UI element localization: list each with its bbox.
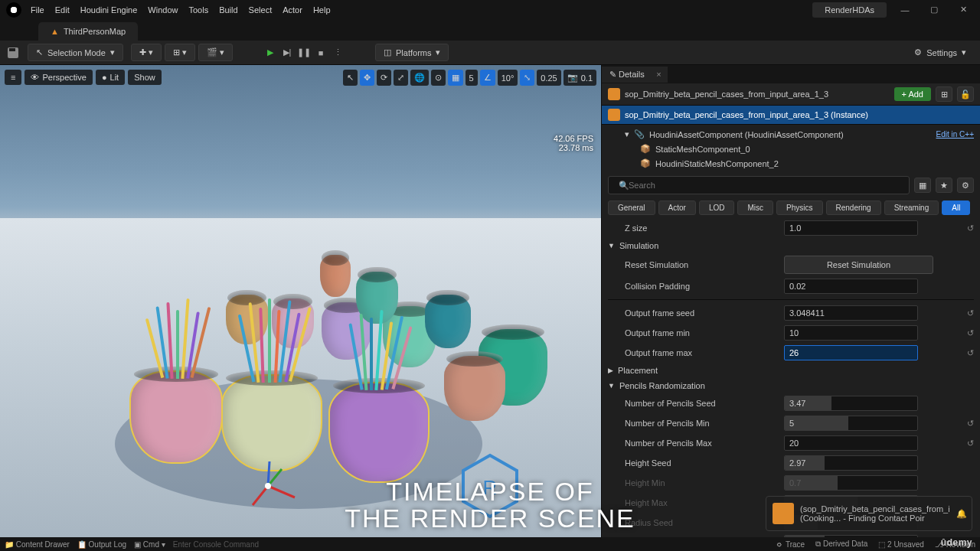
scale-tool[interactable]: ⤢ (394, 70, 408, 86)
cat-physics[interactable]: Physics (776, 201, 822, 215)
translate-tool[interactable]: ✥ (360, 70, 374, 86)
close-icon[interactable]: ✕ (952, 2, 974, 18)
pause-button[interactable]: ❚❚ (297, 46, 311, 60)
scale-snap-toggle[interactable]: ⤡ (520, 70, 534, 86)
menu-help[interactable]: Help (313, 5, 331, 15)
reset-icon[interactable]: ↺ (967, 308, 974, 318)
coord-space-button[interactable]: 🌐 (410, 70, 429, 86)
skip-button[interactable]: ▶| (280, 46, 294, 60)
actor-header: sop_Dmitriy_beta_pencil_cases_from_input… (602, 83, 980, 106)
prop-output-seed-input[interactable] (784, 305, 918, 321)
prop-pencils-min-slider[interactable]: 5 (784, 416, 918, 431)
menu-build[interactable]: Build (219, 5, 237, 15)
properties-list[interactable]: Z size ↺ ▼Simulation Reset Simulation Re… (602, 218, 980, 537)
cat-streaming[interactable]: Streaming (884, 201, 939, 215)
favorites-button[interactable]: ★ (936, 178, 952, 193)
prop-output-min-label: Output frame min (608, 328, 784, 337)
prop-radius-min-slider[interactable] (784, 535, 918, 537)
camera-speed[interactable]: 📷 0.1 (564, 70, 596, 86)
viewport-menu-button[interactable]: ≡ (5, 70, 21, 85)
maximize-icon[interactable]: ▢ (923, 2, 945, 18)
cat-lod[interactable]: LOD (699, 201, 735, 215)
minimize-icon[interactable]: — (894, 2, 916, 18)
trace-button[interactable]: ⭘ Trace (776, 540, 805, 549)
selection-mode-dropdown[interactable]: ↖ Selection Mode ▾ (28, 44, 123, 61)
add-component-button[interactable]: + Add (894, 87, 931, 101)
menu-houdini[interactable]: Houdini Engine (80, 5, 138, 15)
grid-snap-value[interactable]: 5 (466, 70, 478, 86)
unsaved-button[interactable]: ⬚ 2 Unsaved (878, 540, 924, 549)
reset-icon[interactable]: ↺ (967, 439, 974, 448)
cat-actor[interactable]: Actor (658, 201, 696, 215)
prop-pencils-seed-slider[interactable]: 3.47 (784, 396, 918, 411)
menu-file[interactable]: File (31, 5, 44, 15)
output-log-button[interactable]: 📋 Output Log (77, 540, 126, 549)
cmd-dropdown[interactable]: ▣ Cmd ▾ (134, 540, 165, 549)
details-tab[interactable]: ✎ Details × (602, 67, 668, 83)
prop-output-max-input[interactable] (784, 345, 918, 360)
reset-icon[interactable]: ↺ (967, 419, 974, 429)
search-input[interactable] (608, 176, 910, 194)
prop-collision-padding-input[interactable] (784, 279, 918, 294)
console-input[interactable]: Enter Console Command (173, 540, 259, 549)
render-hdas-button[interactable]: RenderHDAs (812, 2, 887, 18)
menu-window[interactable]: Window (148, 5, 178, 15)
reset-icon[interactable]: ↺ (967, 328, 974, 338)
lock-details-button[interactable]: 🔓 (957, 86, 974, 102)
viewport[interactable]: ≡ 👁 Perspective ● Lit Show ↖ ✥ ⟳ ⤢ 🌐 ⊙ ▦… (0, 65, 601, 537)
section-placement[interactable]: ▶Placement (602, 363, 980, 378)
menu-tools[interactable]: Tools (188, 5, 208, 15)
rotate-tool[interactable]: ⟳ (377, 70, 391, 86)
surface-snap-button[interactable]: ⊙ (431, 70, 446, 86)
property-matrix-button[interactable]: ▦ (914, 178, 931, 193)
reset-simulation-button[interactable]: Reset Simulation (784, 256, 933, 274)
bell-icon[interactable]: 🔔 (956, 509, 967, 519)
houdini-icon (773, 503, 794, 524)
menu-actor[interactable]: Actor (283, 5, 302, 15)
cat-general[interactable]: General (608, 201, 655, 215)
play-options-button[interactable]: ⋮ (331, 46, 345, 60)
prop-output-min-input[interactable] (784, 325, 918, 341)
prop-height-seed-slider[interactable]: 2.97 (784, 455, 918, 471)
reset-icon[interactable]: ↺ (967, 348, 974, 358)
stop-button[interactable]: ■ (314, 46, 328, 60)
cat-rendering[interactable]: Rendering (826, 201, 881, 215)
browse-asset-button[interactable]: ⊞ (936, 86, 952, 102)
platforms-dropdown[interactable]: ◫ Platforms ▾ (375, 44, 449, 61)
view-options-button[interactable]: ⚙ (957, 178, 974, 193)
menu-select[interactable]: Select (249, 5, 273, 15)
cat-misc[interactable]: Misc (737, 201, 773, 215)
menu-edit[interactable]: Edit (55, 5, 70, 15)
select-tool[interactable]: ↖ (343, 70, 358, 86)
prop-height-min-slider[interactable]: 0.7 (784, 475, 918, 491)
section-simulation[interactable]: ▼Simulation (602, 238, 980, 253)
derived-data-button[interactable]: ⧉ Derived Data (815, 540, 867, 549)
perspective-dropdown[interactable]: 👁 Perspective (24, 70, 92, 85)
level-tab[interactable]: ▲ ThirdPersonMap (38, 22, 138, 41)
component-houdinimesh[interactable]: 📦 HoudiniStaticMeshComponent_2 (602, 156, 980, 171)
section-pencils[interactable]: ▼Pencils Randomization (602, 378, 980, 393)
reset-icon[interactable]: ↺ (967, 223, 974, 233)
cat-all[interactable]: All (942, 201, 970, 215)
actor-instance-row[interactable]: sop_Dmitriy_beta_pencil_cases_from_input… (602, 106, 980, 125)
edit-cpp-link[interactable]: Edit in C++ (936, 130, 974, 139)
component-root[interactable]: ▾ 📎 HoudiniAssetComponent (HoudiniAssetC… (602, 127, 980, 142)
grid-snap-toggle[interactable]: ▦ (448, 70, 463, 86)
save-button[interactable] (6, 46, 20, 60)
add-content-dropdown[interactable]: ✚ ▾ (131, 44, 162, 61)
prop-z-size-input[interactable] (784, 220, 918, 236)
show-dropdown[interactable]: Show (128, 70, 162, 85)
cinematics-dropdown[interactable]: 🎬 ▾ (198, 44, 233, 61)
prop-pencils-max-input[interactable] (784, 435, 918, 451)
settings-dropdown[interactable]: ⚙ Settings ▾ (906, 44, 974, 60)
angle-snap-value[interactable]: 10° (498, 70, 518, 86)
lit-dropdown[interactable]: ● Lit (96, 70, 125, 85)
scale-snap-value[interactable]: 0.25 (537, 70, 560, 86)
play-button[interactable]: ▶ (263, 46, 277, 60)
angle-snap-toggle[interactable]: ∠ (480, 70, 495, 86)
transform-gizmo[interactable] (237, 455, 299, 517)
close-tab-icon[interactable]: × (656, 70, 661, 79)
component-staticmesh[interactable]: 📦 StaticMeshComponent_0 (602, 142, 980, 156)
content-drawer-button[interactable]: 📁 Content Drawer (5, 540, 70, 549)
blueprint-dropdown[interactable]: ⊞ ▾ (165, 44, 195, 61)
